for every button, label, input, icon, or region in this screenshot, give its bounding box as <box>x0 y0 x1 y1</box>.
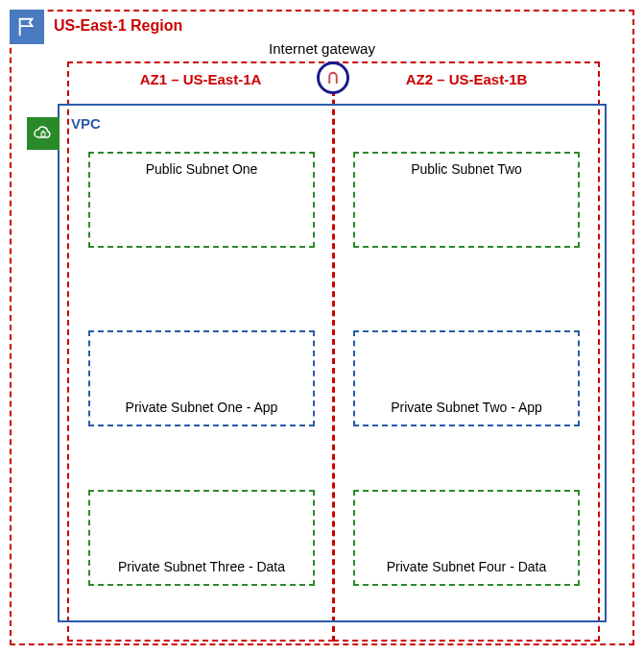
cloud-lock-icon <box>27 117 60 150</box>
private-subnet-three-data: Private Subnet Three - Data <box>88 490 315 586</box>
flag-icon <box>10 10 44 44</box>
vpc-title: VPC <box>71 115 101 132</box>
internet-gateway-label: Internet gateway <box>269 40 375 57</box>
vpc-boundary: VPC Public Subnet One Public Subnet Two … <box>58 104 607 622</box>
svg-rect-0 <box>41 133 45 136</box>
private-subnet-four-data: Private Subnet Four - Data <box>353 490 580 586</box>
az2-title: AZ2 – US-East-1B <box>335 71 598 87</box>
public-subnet-two: Public Subnet Two <box>353 152 580 248</box>
private-subnet-one-app: Private Subnet One - App <box>88 330 315 426</box>
internet-gateway-icon <box>317 61 349 94</box>
az1-title: AZ1 – US-East-1A <box>69 71 332 87</box>
region-boundary: US-East-1 Region Internet gateway AZ1 – … <box>10 10 634 645</box>
region-title: US-East-1 Region <box>54 17 182 35</box>
private-subnet-two-app: Private Subnet Two - App <box>353 330 580 426</box>
public-subnet-one: Public Subnet One <box>88 152 315 248</box>
